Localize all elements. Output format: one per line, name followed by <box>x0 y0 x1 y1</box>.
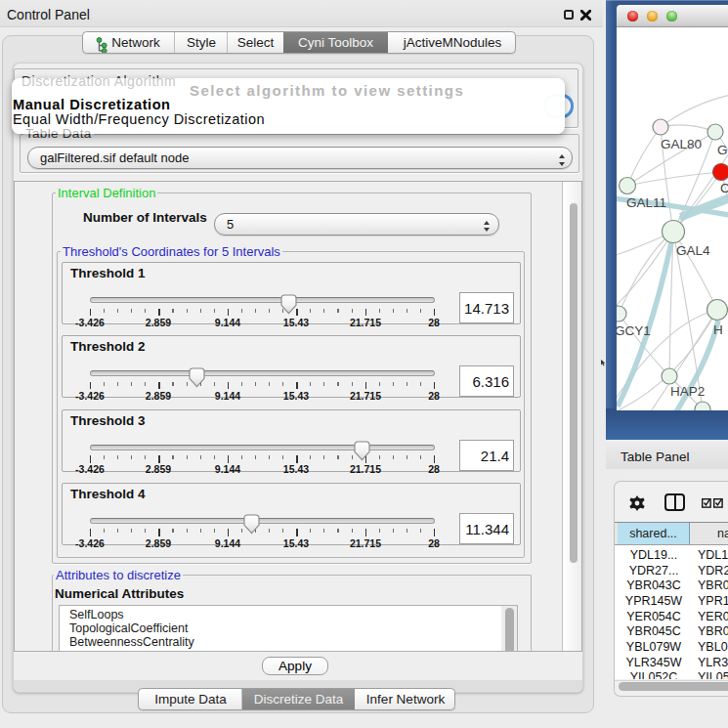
svg-text:GAL11: GAL11 <box>626 195 666 210</box>
svg-text:GAL80: GAL80 <box>661 137 702 151</box>
svg-text:GAL4: GAL4 <box>676 243 710 258</box>
svg-text:GCY1: GCY1 <box>617 323 651 338</box>
svg-text:HAP2: HAP2 <box>670 384 705 399</box>
svg-text:G..: G.. <box>717 143 728 157</box>
svg-text:C: C <box>720 181 728 195</box>
svg-text:H: H <box>713 322 723 337</box>
